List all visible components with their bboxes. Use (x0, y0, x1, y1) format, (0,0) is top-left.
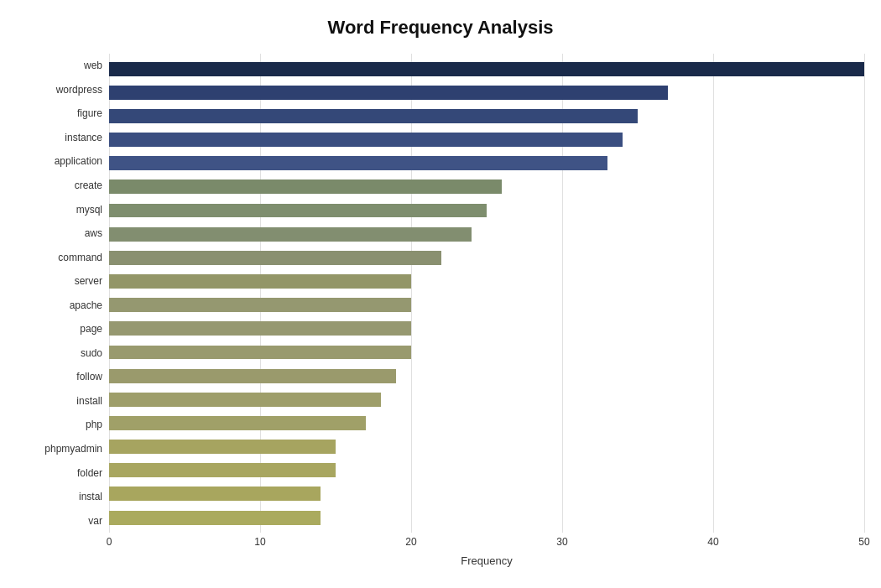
bar-row (109, 104, 864, 127)
bar-row (109, 152, 864, 175)
grid-and-bars (109, 54, 864, 533)
bar (109, 109, 638, 123)
y-label: aws (85, 228, 102, 238)
chart-area: webwordpressfigureinstanceapplicationcre… (17, 54, 864, 533)
bar-row (109, 81, 864, 104)
bar-row (109, 388, 864, 411)
y-label: page (80, 324, 102, 334)
x-tick-label: 20 (405, 536, 416, 548)
bar (109, 487, 321, 501)
bar-row (109, 57, 864, 81)
y-label: phpmyadmin (44, 444, 102, 454)
bar-row (109, 294, 864, 317)
y-label: web (84, 60, 102, 70)
y-label: application (55, 156, 102, 166)
bar (109, 251, 441, 265)
y-label: figure (77, 108, 102, 118)
y-label: var (88, 516, 102, 526)
y-label: wordpress (56, 85, 102, 95)
grid-line (864, 54, 865, 533)
bar (109, 369, 396, 383)
bar (109, 463, 336, 477)
y-label: folder (77, 468, 102, 478)
bar-row (109, 269, 864, 293)
bar (109, 204, 487, 218)
bar (109, 416, 366, 430)
bar (109, 298, 411, 312)
bars-wrapper (109, 54, 864, 533)
chart-title: Word Frequency Analysis (17, 17, 864, 39)
y-label: php (86, 419, 102, 429)
bar (109, 133, 623, 147)
y-label: server (75, 276, 102, 286)
x-tick-label: 40 (707, 536, 718, 548)
y-label: follow (76, 372, 102, 382)
bar (109, 440, 336, 454)
bar (109, 86, 668, 100)
bar (109, 321, 411, 336)
bar (109, 180, 502, 194)
bar (109, 62, 864, 76)
y-label: sudo (81, 348, 102, 358)
bar (109, 511, 321, 525)
x-tick-label: 30 (556, 536, 567, 548)
y-label: command (58, 252, 102, 263)
x-tick-label: 50 (858, 536, 869, 548)
chart-container: Word Frequency Analysis webwordpressfigu… (0, 0, 881, 588)
bar (109, 393, 381, 407)
bar-row (109, 222, 864, 246)
bar-row (109, 127, 864, 151)
bar-row (109, 317, 864, 341)
bar-row (109, 506, 864, 529)
bar (109, 227, 472, 242)
y-label: apache (70, 300, 102, 310)
y-labels: webwordpressfigureinstanceapplicationcre… (17, 54, 109, 533)
x-axis-labels: 01020304050 (109, 536, 864, 553)
x-tick-label: 0 (107, 536, 112, 548)
bar (109, 346, 411, 360)
y-label: instal (79, 492, 102, 502)
bar (109, 274, 411, 289)
bar-row (109, 411, 864, 434)
y-label: create (75, 180, 102, 190)
x-tick-label: 10 (254, 536, 265, 548)
x-axis-title: Frequency (109, 554, 864, 567)
bar-row (109, 175, 864, 199)
y-label: mysql (76, 205, 102, 215)
bar-row (109, 246, 864, 269)
bottom-section: 01020304050 Frequency (109, 536, 864, 567)
y-label: instance (65, 133, 102, 143)
bar (109, 156, 607, 170)
bar-row (109, 459, 864, 482)
bar-row (109, 482, 864, 506)
y-label: install (76, 396, 102, 406)
bar-row (109, 341, 864, 364)
bar-row (109, 435, 864, 459)
bars-and-grid (109, 54, 864, 533)
bar-row (109, 199, 864, 222)
bar-row (109, 364, 864, 388)
